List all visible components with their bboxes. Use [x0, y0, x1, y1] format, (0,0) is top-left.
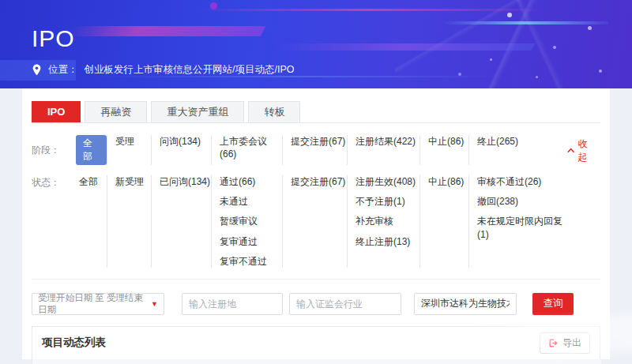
table-title: 项目动态列表	[42, 336, 106, 350]
tab-ipo[interactable]: IPO	[32, 101, 81, 122]
page-banner: IPO 位置： 创业板发行上市审核信息公开网站/项目动态/IPO	[0, 0, 632, 88]
header-update-date: 更新日期	[492, 359, 547, 364]
breadcrumb-label: 位置：	[48, 63, 78, 77]
content-card: IPO 再融资 重大资产重组 转板 阶段： 全部 受理 问询(134) 上市委会…	[22, 88, 610, 359]
date-range-picker[interactable]: 受理开始日期 至 受理结束日期 ▼	[32, 293, 164, 315]
header-accounting-firm: 会计师事务所	[427, 359, 492, 364]
status-item-review-failed[interactable]: 审核不通过(26)	[477, 175, 567, 188]
status-item-registration-effective[interactable]: 注册生效(408)	[356, 175, 419, 188]
header-seq: 序号	[32, 359, 66, 364]
caret-down-icon: ▼	[151, 300, 158, 308]
status-item-registration-denied[interactable]: 不予注册(1)	[356, 195, 419, 208]
status-item-review-not-passed[interactable]: 复审不通过	[220, 255, 282, 268]
banner-network-graphic	[395, 0, 632, 88]
project-table: 序号 发行人全称 审核状态 注册地 证监会行业 保荐机构 律师事务所 会计师事务…	[32, 359, 601, 364]
status-item-registration-terminated[interactable]: 终止注册(13)	[356, 235, 419, 248]
export-button[interactable]: 导出	[540, 332, 590, 354]
breadcrumb: 位置： 创业板发行上市审核信息公开网站/项目动态/IPO	[32, 63, 294, 77]
search-row: 受理开始日期 至 受理结束日期 ▼ 查询	[32, 293, 600, 315]
chevron-up-icon	[567, 148, 574, 153]
table-header-row: 序号 发行人全称 审核状态 注册地 证监会行业 保荐机构 律师事务所 会计师事务…	[32, 359, 601, 364]
project-table-card: 项目动态列表 导出 序号 发行人全称 审核状态	[32, 326, 600, 364]
stage-filter-row: 阶段： 全部 受理 问询(134) 上市委会议(66) 提交注册(67) 注册结…	[32, 135, 600, 165]
status-item-deferred[interactable]: 暂缓审议	[220, 215, 282, 227]
collapse-toggle[interactable]: 收起	[567, 137, 600, 164]
tab-major-asset-restructuring[interactable]: 重大资产重组	[151, 101, 244, 122]
status-item-submit-registration[interactable]: 提交注册(67)	[291, 175, 347, 188]
status-item-supplementary-review[interactable]: 补充审核	[356, 215, 419, 227]
stage-item-terminated[interactable]: 终止(265)	[477, 135, 567, 148]
stage-label: 阶段：	[32, 143, 71, 157]
page-title: IPO	[32, 25, 75, 52]
collapse-label: 收起	[577, 137, 596, 164]
tab-board-transfer[interactable]: 转板	[248, 101, 300, 122]
category-tabbar: IPO 再融资 重大资产重组 转板	[32, 88, 600, 123]
header-issuer-name: 发行人全称	[66, 359, 171, 364]
company-name-input[interactable]	[414, 293, 517, 315]
status-item-inquired[interactable]: 已问询(134)	[160, 175, 211, 188]
status-item-newly-accepted[interactable]: 新受理	[115, 175, 151, 188]
status-item-review-passed[interactable]: 复审通过	[220, 235, 282, 248]
header-csrc-industry: 证监会行业	[257, 359, 312, 364]
header-law-firm: 律师事务所	[363, 359, 427, 364]
status-item-suspended[interactable]: 中止(86)	[428, 175, 468, 188]
header-registry-place: 注册地	[220, 359, 257, 364]
export-icon	[548, 338, 559, 348]
status-item-withdrawn[interactable]: 撤回(238)	[477, 195, 567, 208]
date-range-text: 受理开始日期 至 受理结束日期	[38, 292, 151, 316]
stage-item-inquiry[interactable]: 问询(134)	[160, 135, 211, 148]
status-item-all[interactable]: 全部	[79, 175, 107, 188]
export-label: 导出	[562, 336, 581, 350]
tab-refinancing[interactable]: 再融资	[85, 101, 147, 122]
stage-item-accepted[interactable]: 受理	[115, 135, 151, 148]
registry-place-input[interactable]	[182, 293, 283, 315]
location-pin-icon	[32, 64, 42, 76]
query-button[interactable]: 查询	[532, 293, 574, 315]
status-label: 状态：	[32, 175, 71, 190]
header-sponsor: 保荐机构	[312, 359, 363, 364]
breadcrumb-path: 创业板发行上市审核信息公开网站/项目动态/IPO	[85, 63, 295, 77]
stage-item-submit-registration[interactable]: 提交注册(67)	[291, 135, 347, 148]
stage-item-suspended[interactable]: 中止(86)	[428, 135, 468, 148]
stage-item-all[interactable]: 全部	[76, 135, 107, 165]
status-filter-row: 状态： 全部 新受理 已问询(134) 通过(66) 未通过 暂缓审议 复审通过…	[32, 175, 600, 280]
stage-item-registration-result[interactable]: 注册结果(422)	[356, 135, 419, 148]
status-item-not-passed[interactable]: 未通过	[220, 195, 282, 208]
stage-item-committee-meeting[interactable]: 上市委会议(66)	[220, 135, 282, 160]
status-item-passed[interactable]: 通过(66)	[220, 175, 282, 188]
header-acceptance-date: 受理日期	[547, 359, 601, 364]
status-item-no-reply-in-time[interactable]: 未在规定时限内回复(1)	[477, 215, 567, 240]
header-review-status: 审核状态	[171, 359, 220, 364]
csrc-industry-input[interactable]	[289, 293, 401, 315]
